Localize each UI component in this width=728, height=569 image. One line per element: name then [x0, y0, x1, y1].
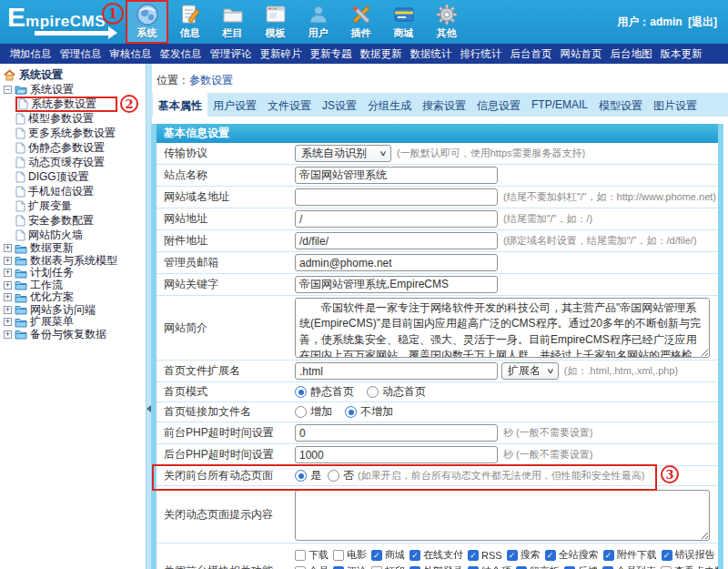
expand-icon[interactable]: + [4, 257, 12, 265]
radio-option[interactable]: 增加 [295, 404, 332, 420]
tree-item[interactable]: 系统参数设置2 [15, 97, 146, 111]
expand-icon[interactable]: + [4, 306, 12, 314]
radio-checked[interactable] [345, 406, 357, 418]
checkbox-checked[interactable] [507, 550, 518, 561]
radio-unchecked[interactable] [328, 470, 339, 482]
expand-icon[interactable]: + [4, 269, 12, 277]
checkbox-checked[interactable] [516, 566, 527, 569]
checkbox-option[interactable]: RSS [468, 550, 502, 561]
tree-item[interactable]: 更多系统参数设置 [15, 126, 146, 140]
tab-1[interactable]: 用户设置 [207, 93, 262, 117]
radio-option[interactable]: 静态首页 [295, 384, 354, 400]
radio-unchecked[interactable] [367, 386, 379, 398]
checkbox-option[interactable]: 商城 [371, 548, 405, 562]
nav-item[interactable]: 商城 [382, 0, 425, 44]
expand-icon[interactable]: + [4, 281, 12, 290]
checkbox-option[interactable]: 附件下载 [603, 548, 657, 562]
menubar-item[interactable]: 数据统计 [406, 47, 456, 61]
nav-item[interactable]: 栏目 [211, 0, 254, 44]
menubar-item[interactable]: 数据更新 [356, 47, 406, 61]
tab-2[interactable]: 文件设置 [262, 93, 317, 117]
tree-item[interactable]: 手机短信设置 [15, 184, 146, 198]
expand-icon[interactable]: + [4, 293, 12, 301]
tree-item[interactable]: 模型参数设置 [15, 111, 146, 126]
checkbox-checked[interactable] [468, 566, 479, 569]
collapse-expander-icon[interactable]: − [4, 86, 12, 94]
tree-item[interactable]: +备份与恢复数据 [4, 329, 146, 341]
checkbox-unchecked[interactable] [333, 550, 344, 561]
textarea-input[interactable]: 帝国软件是一家专注于网络软件开发的科技公司，其主营产品"帝国网站管理系统(Emp… [295, 298, 710, 358]
nav-item[interactable]: 模板 [254, 0, 297, 44]
text-input[interactable] [295, 188, 498, 206]
tree-item[interactable]: +数据表与系统模型 [4, 255, 146, 268]
checkbox-checked[interactable] [371, 550, 382, 561]
checkbox-checked[interactable] [602, 566, 613, 569]
radio-checked[interactable] [295, 386, 307, 398]
checkbox-option[interactable]: 会员 [295, 564, 329, 569]
nav-item[interactable]: 用户 [297, 0, 339, 44]
tab-0[interactable]: 基本属性 [153, 93, 207, 117]
tree-item[interactable]: 扩展变量 [15, 198, 146, 213]
tree-item[interactable]: DIGG顶设置 [15, 169, 146, 184]
tab-3[interactable]: JS设置 [317, 93, 362, 117]
menubar-item[interactable]: 更新专题 [306, 47, 356, 61]
checkbox-checked[interactable] [333, 566, 344, 569]
checkbox-option[interactable]: 外部登录 [410, 564, 463, 569]
tab-9[interactable]: 图片设置 [648, 93, 703, 117]
tab-5[interactable]: 搜索设置 [417, 93, 471, 117]
tab-7[interactable]: FTP/EMAIL [526, 93, 593, 117]
tab-8[interactable]: 模型设置 [593, 93, 648, 117]
logout-link[interactable]: [退出] [688, 15, 717, 28]
text-input[interactable] [295, 362, 498, 380]
tree-item[interactable]: +网站多访问端 [4, 304, 146, 317]
menubar-item[interactable]: 后台地图 [606, 47, 656, 61]
nav-item[interactable]: 其他 [425, 0, 468, 44]
checkbox-option[interactable]: 会员列表 [602, 564, 656, 569]
extension-select[interactable]: 扩展名∨ [501, 362, 559, 380]
tree-item[interactable]: 动态页缓存设置 [15, 155, 146, 169]
nav-item[interactable]: 信息 [168, 0, 211, 44]
tree-folder-open[interactable]: −系统设置 [4, 82, 146, 97]
checkbox-checked[interactable] [564, 566, 575, 569]
checkbox-option[interactable]: 查看点击数 [661, 564, 718, 569]
checkbox-option[interactable]: 错误报告 [662, 548, 715, 562]
checkbox-option[interactable]: 打印 [371, 564, 405, 569]
radio-unchecked[interactable] [295, 406, 307, 418]
nav-item[interactable]: 系统 [126, 0, 168, 44]
menubar-item[interactable]: 版本更新 [656, 47, 706, 61]
checkbox-checked[interactable] [410, 550, 420, 561]
nav-item[interactable]: 插件 [339, 0, 382, 44]
checkbox-option[interactable]: 在线支付 [410, 548, 463, 562]
menubar-item[interactable]: 网站首页 [556, 47, 606, 61]
expand-icon[interactable]: + [4, 244, 12, 252]
checkbox-checked[interactable] [410, 566, 420, 569]
radio-option[interactable]: 不增加 [345, 404, 393, 420]
checkbox-option[interactable]: 反馈 [564, 564, 598, 569]
text-input[interactable] [295, 446, 498, 463]
menubar-item[interactable]: 审核信息 [106, 47, 156, 61]
checkbox-option[interactable]: 下载 [295, 548, 329, 562]
checkbox-unchecked[interactable] [371, 566, 382, 569]
checkbox-checked[interactable] [468, 550, 479, 561]
text-input[interactable] [295, 232, 498, 249]
expand-icon[interactable]: + [4, 330, 12, 339]
text-input[interactable] [295, 254, 498, 271]
tree-item[interactable]: +工作流 [4, 279, 146, 292]
checkbox-option[interactable]: 全站搜索 [545, 548, 599, 562]
radio-checked[interactable] [295, 470, 307, 482]
checkbox-checked[interactable] [603, 550, 614, 561]
menubar-item[interactable]: 管理评论 [206, 47, 256, 61]
checkbox-option[interactable]: 留言板 [516, 564, 560, 569]
tab-4[interactable]: 分组生成 [362, 93, 417, 117]
dropdown-select[interactable]: 系统自动识别∨ [295, 145, 391, 162]
checkbox-option[interactable]: 评论 [333, 564, 367, 569]
checkbox-unchecked[interactable] [661, 566, 672, 569]
tab-6[interactable]: 信息设置 [471, 93, 526, 117]
checkbox-option[interactable]: 电影 [333, 548, 367, 562]
checkbox-unchecked[interactable] [295, 550, 306, 561]
checkbox-checked[interactable] [545, 550, 556, 561]
textarea-input[interactable] [295, 490, 710, 541]
menubar-item[interactable]: 排行统计 [456, 47, 506, 61]
checkbox-unchecked[interactable] [295, 566, 306, 569]
checkbox-option[interactable]: 搜索 [507, 548, 541, 562]
